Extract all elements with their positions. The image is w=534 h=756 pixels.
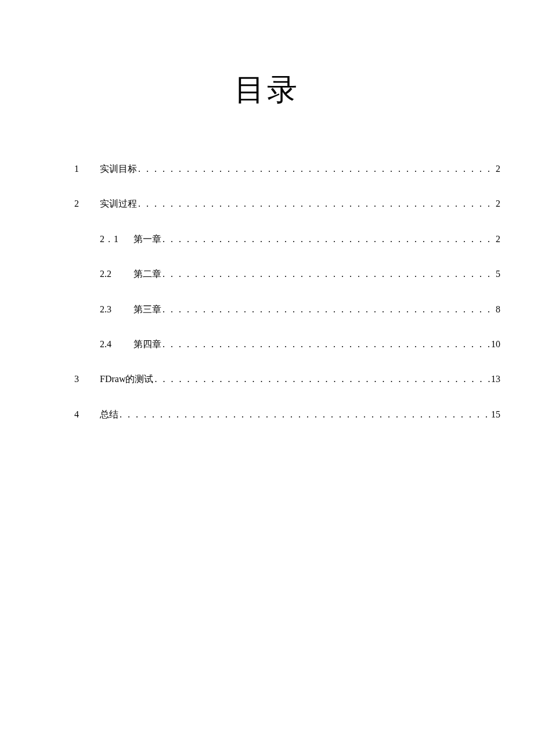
toc-entry: 2.3 第三章 8 [74,303,500,316]
table-of-contents: 1 实训目标 2 2 实训过程 2 2．1 第一章 2 2.2 第二章 5 2.… [0,163,534,421]
toc-entry: 4 总结 15 [74,408,500,421]
toc-leader [161,338,490,351]
toc-page: 2 [495,163,500,175]
toc-label: 实训过程 [100,197,137,210]
toc-leader [161,303,495,316]
toc-leader [137,163,495,175]
toc-entry: 2.4 第四章 10 [74,338,500,351]
toc-number: 2.3 [100,303,134,316]
toc-page: 10 [490,338,500,351]
toc-page: 5 [495,268,500,280]
toc-leader [161,233,495,246]
toc-leader [137,197,495,210]
toc-entry: 2.2 第二章 5 [74,268,500,280]
toc-entry: 3 FDraw的测试 13 [74,373,500,386]
toc-label: 第一章 [134,233,161,246]
toc-label: 第三章 [134,303,161,316]
toc-page: 15 [490,408,500,421]
toc-leader [118,408,490,421]
toc-entry: 2 实训过程 2 [74,197,500,210]
toc-page: 13 [490,373,500,386]
toc-entry: 1 实训目标 2 [74,163,500,175]
toc-number: 2.4 [100,338,134,351]
toc-label: 实训目标 [100,163,137,175]
toc-number: 2 [74,197,100,210]
toc-number: 3 [74,373,100,386]
toc-page: 2 [495,197,500,210]
toc-number: 4 [74,408,100,421]
page-title: 目录 [0,70,534,110]
toc-label: FDraw的测试 [100,373,153,386]
toc-leader [153,373,490,386]
toc-label: 第二章 [134,268,161,280]
toc-page: 2 [495,233,500,246]
toc-entry: 2．1 第一章 2 [74,233,500,246]
toc-label: 总结 [100,408,118,421]
toc-number: 1 [74,163,100,175]
toc-leader [161,268,495,280]
toc-number: 2．1 [100,233,134,246]
toc-number: 2.2 [100,268,134,280]
toc-label: 第四章 [134,338,161,351]
toc-page: 8 [495,303,500,316]
